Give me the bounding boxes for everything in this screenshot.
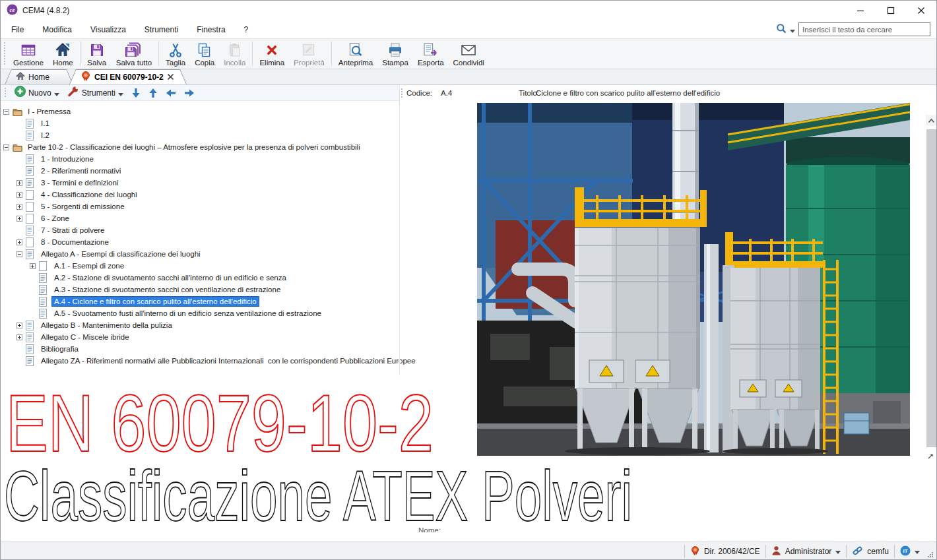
caret-down-icon[interactable]	[915, 547, 920, 556]
tree-row[interactable]: 4 - Classificazione dei luoghi	[1, 189, 399, 201]
tree-item-label[interactable]: Allegato B - Mantenimento della pulizia	[39, 321, 174, 330]
esporta-button[interactable]: Esporta	[413, 40, 449, 68]
resize-grip-icon[interactable]	[926, 549, 934, 560]
move-down-button[interactable]	[129, 87, 143, 99]
salva-button[interactable]: Salva	[82, 40, 112, 68]
expand-plus-icon[interactable]	[16, 192, 22, 198]
tree-item-label[interactable]: Allegato C - Miscele ibride	[39, 332, 131, 342]
tree-item-label[interactable]: A.3 - Stazione di svuotamento sacchi con…	[52, 285, 282, 294]
tree-row[interactable]: A.1 - Esempi di zone	[1, 260, 399, 272]
expand-plus-icon[interactable]	[16, 239, 22, 245]
strumenti-caret-icon[interactable]	[118, 87, 123, 99]
tree-row[interactable]: A.2 - Stazione di svuotamento sacchi all…	[1, 272, 399, 284]
menu-item-visualizza[interactable]: Visualizza	[84, 22, 133, 37]
tree-row[interactable]: A.3 - Stazione di svuotamento sacchi con…	[1, 284, 399, 296]
tree-item-label[interactable]: 4 - Classificazione dei luoghi	[39, 190, 139, 199]
collapse-minus-icon[interactable]	[3, 109, 9, 115]
tree-row[interactable]: I.2	[1, 129, 399, 141]
condividi-button[interactable]: Condividi	[449, 40, 489, 68]
tree-item-label[interactable]: Parte 10-2 - Classificazione dei luoghi …	[26, 142, 362, 152]
tree-row[interactable]: Bibliografia	[1, 343, 399, 355]
tree-item-label[interactable]: I.1	[39, 119, 51, 128]
home-button[interactable]: Home	[48, 40, 78, 68]
strumenti-button[interactable]: Strumenti	[65, 85, 126, 101]
collapse-minus-icon[interactable]	[16, 251, 22, 257]
search-options-caret-icon[interactable]	[790, 24, 795, 36]
expand-plus-icon[interactable]	[16, 334, 22, 340]
close-tab-icon[interactable]	[167, 71, 174, 83]
salva-tutto-button[interactable]: Salva tutto	[112, 40, 156, 68]
status-language[interactable]: IT	[895, 545, 925, 558]
tree-item-label[interactable]: 6 - Zone	[39, 214, 71, 223]
stampa-button[interactable]: Stampa	[377, 40, 413, 68]
tab-cei-en-60079-10-2[interactable]: CEI EN 60079-10-2	[69, 69, 187, 84]
collapse-minus-icon[interactable]	[3, 144, 9, 150]
detail-scrollbar[interactable]	[926, 103, 936, 457]
tree-row[interactable]: Allegato B - Mantenimento della pulizia	[1, 319, 399, 331]
search-input[interactable]	[798, 22, 930, 36]
tree-toolbar-grip[interactable]	[4, 88, 8, 98]
menu-item-strumenti[interactable]: Strumenti	[138, 22, 185, 37]
gestione-button[interactable]: Gestione	[9, 40, 48, 68]
tree-row[interactable]: Allegato ZA - Riferimenti normativi alle…	[1, 355, 399, 367]
status-directive[interactable]: Dir. 2006/42/CE	[685, 545, 765, 558]
tree-item-label[interactable]: I.2	[39, 131, 51, 140]
nuovo-caret-icon[interactable]	[54, 87, 59, 99]
tree-row[interactable]: A.5 - Svuotamento fusti all'interno di u…	[1, 307, 399, 319]
search-icon[interactable]	[776, 23, 787, 36]
tree-item-label[interactable]: A.5 - Svuotamento fusti all'interno di u…	[52, 309, 323, 318]
expand-plus-icon[interactable]	[30, 263, 36, 269]
expand-plus-icon[interactable]	[16, 180, 22, 186]
codice-value[interactable]: A.4	[441, 89, 452, 97]
nuovo-button[interactable]: Nuovo	[12, 85, 62, 101]
tree-item-label[interactable]: A.1 - Esempi di zone	[52, 261, 126, 270]
tree-item-label[interactable]: Allegato A - Esempi di classificazione d…	[39, 249, 203, 259]
caret-down-icon[interactable]	[835, 547, 841, 556]
tree-row[interactable]: 3 - Termini e definizioni	[1, 177, 399, 189]
tree-row[interactable]: 7 - Strati di polvere	[1, 224, 399, 236]
scroll-up-button[interactable]	[926, 115, 936, 126]
tree-row[interactable]: Parte 10-2 - Classificazione dei luoghi …	[1, 141, 399, 153]
tab-home[interactable]: Home	[5, 69, 73, 84]
tree-row[interactable]: 5 - Sorgenti di emissione	[1, 201, 399, 212]
toolbar-grip[interactable]	[3, 42, 7, 65]
tree-item-label[interactable]: Allegato ZA - Riferimenti normativi alle…	[39, 356, 418, 365]
elimina-button[interactable]: Elimina	[255, 40, 289, 68]
tree-item-label[interactable]: A.4 - Ciclone e filtro con scarico pulit…	[52, 297, 259, 306]
menu-item-file[interactable]: File	[5, 22, 30, 37]
status-user[interactable]: Administrator	[766, 545, 847, 557]
tab-home-inner[interactable]: Home	[5, 70, 73, 84]
menu-item-finestra[interactable]: Finestra	[190, 22, 232, 37]
tree-row[interactable]: A.4 - Ciclone e filtro con scarico pulit…	[1, 296, 399, 307]
tree-item-label[interactable]: 5 - Sorgenti di emissione	[39, 202, 127, 211]
copia-button[interactable]: Copia	[190, 40, 219, 68]
tree-item-label[interactable]: 7 - Strati di polvere	[39, 226, 107, 235]
maximize-button[interactable]	[876, 1, 906, 20]
tree-item-label[interactable]: I - Premessa	[26, 107, 73, 116]
tree-item-label[interactable]: 1 - Introduzione	[39, 154, 96, 164]
expand-plus-icon[interactable]	[16, 323, 22, 328]
status-connection[interactable]: cemfu	[847, 545, 894, 558]
tree-item-label[interactable]: 2 - Riferimenti normativi	[39, 166, 123, 175]
tree-row[interactable]: Allegato A - Esempi di classificazione d…	[1, 248, 399, 260]
expand-plus-icon[interactable]	[16, 204, 22, 210]
tree-row[interactable]: I - Premessa	[1, 106, 399, 117]
tree-item-label[interactable]: 3 - Termini e definizioni	[39, 178, 120, 187]
titolo-value[interactable]: Ciclone e filtro con scarico pulito all'…	[536, 89, 720, 97]
tree-item-label[interactable]: 8 - Documentazione	[39, 237, 111, 247]
anteprima-button[interactable]: Anteprima	[334, 40, 377, 68]
tab-cei-en-60079-10-2-inner[interactable]: CEI EN 60079-10-2	[70, 70, 186, 84]
tree-row[interactable]: 2 - Riferimenti normativi	[1, 165, 399, 177]
move-left-button[interactable]	[163, 88, 179, 98]
tree-row[interactable]: Allegato C - Miscele ibride	[1, 331, 399, 343]
close-button[interactable]	[906, 1, 936, 20]
taglia-button[interactable]: Taglia	[161, 40, 190, 68]
move-right-button[interactable]	[181, 88, 197, 98]
minimize-button[interactable]	[845, 1, 876, 20]
tree-row[interactable]: 1 - Introduzione	[1, 153, 399, 165]
scrollbar-thumb[interactable]	[926, 129, 936, 447]
tree-row[interactable]: 8 - Documentazione	[1, 236, 399, 248]
tree-item-label[interactable]: Bibliografia	[39, 344, 81, 354]
tree-row[interactable]: 6 - Zone	[1, 212, 399, 224]
expand-plus-icon[interactable]	[16, 216, 22, 222]
